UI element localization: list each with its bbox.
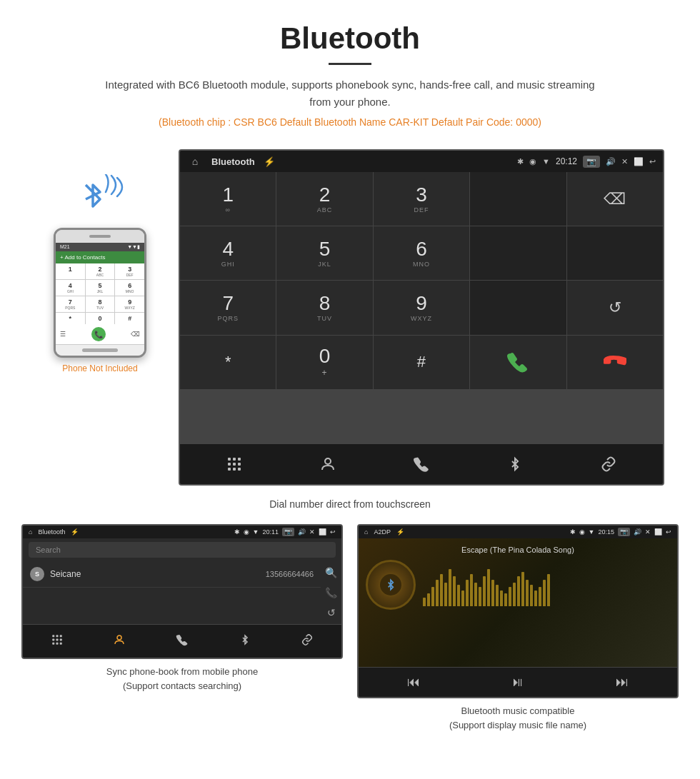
- viz-bar: [444, 583, 447, 606]
- viz-bar: [487, 569, 490, 607]
- dial-key-0[interactable]: 0+: [276, 336, 372, 389]
- title-section: Bluetooth Integrated with BC6 Bluetooth …: [0, 0, 700, 149]
- dial-key-backspace[interactable]: ⌫: [567, 172, 663, 226]
- pb-refresh-right-icon[interactable]: ↺: [327, 607, 336, 618]
- dial-key-refresh[interactable]: ↺: [567, 281, 663, 334]
- dial-key-call-red[interactable]: [567, 336, 663, 389]
- specs-line: (Bluetooth chip : CSR BC6 Default Blueto…: [14, 116, 686, 128]
- phone-key-star[interactable]: *: [56, 313, 85, 324]
- music-song-title: Escape (The Pina Colada Song): [461, 546, 574, 554]
- phone-call-button[interactable]: 📞: [91, 327, 106, 341]
- dial-key-hash[interactable]: #: [374, 336, 469, 389]
- phone-key-0[interactable]: 0: [86, 313, 115, 324]
- phone-key-4[interactable]: 4GHI: [56, 280, 85, 296]
- toolbar-bluetooth-button[interactable]: [495, 451, 535, 477]
- dial-key-5[interactable]: 5JKL: [276, 226, 372, 280]
- dial-key-9[interactable]: 9WXYZ: [374, 281, 469, 334]
- pb-close-icon[interactable]: ✕: [309, 528, 315, 536]
- dial-key-empty-3: [567, 226, 663, 280]
- music-camera-icon[interactable]: 📷: [618, 528, 630, 536]
- svg-rect-4: [233, 463, 236, 466]
- pb-status-right: ✱ ◉ ▼ 20:11 📷 🔊 ✕ ⬜ ↩: [234, 528, 336, 536]
- svg-rect-18: [60, 643, 62, 645]
- pb-camera-icon[interactable]: 📷: [282, 528, 294, 536]
- music-home-icon[interactable]: ⌂: [364, 528, 368, 536]
- pb-window-icon[interactable]: ⬜: [319, 528, 326, 536]
- music-prev-button[interactable]: ⏮: [407, 675, 420, 690]
- dial-key-empty-2: [470, 226, 566, 280]
- phone-key-9[interactable]: 9WXYZ: [115, 296, 144, 312]
- hu-window-icon[interactable]: ⬜: [634, 157, 644, 166]
- call-green-icon: [506, 351, 529, 373]
- music-visualizer: [423, 563, 670, 606]
- dial-key-1[interactable]: 1∞: [180, 172, 276, 226]
- contacts-icon: [319, 456, 336, 473]
- pb-call-right-icon[interactable]: 📞: [325, 587, 337, 598]
- hu-status-right: ✱ ◉ ▼ 20:12 📷 🔊 ✕ ⬜ ↩: [517, 156, 656, 168]
- dial-key-empty-1: [470, 172, 566, 226]
- pb-search-bar[interactable]: Search: [29, 542, 336, 558]
- dial-key-2[interactable]: 2ABC: [276, 172, 372, 226]
- music-back-icon[interactable]: ↩: [666, 528, 671, 536]
- pb-search-right-icon[interactable]: 🔍: [325, 567, 337, 578]
- dial-key-6[interactable]: 6MNO: [374, 226, 469, 280]
- hu-usb-icon: ⚡: [264, 156, 275, 167]
- phone-key-3[interactable]: 3DEF: [115, 263, 144, 279]
- pb-bt-icon: ✱: [234, 528, 240, 536]
- hu-back-icon[interactable]: ↩: [649, 157, 656, 166]
- pb-back-icon[interactable]: ↩: [330, 528, 336, 536]
- music-volume-icon[interactable]: 🔊: [634, 528, 641, 536]
- dial-key-4[interactable]: 4GHI: [180, 226, 276, 280]
- dial-key-8[interactable]: 8TUV: [276, 281, 372, 334]
- pb-toolbar-dialpad[interactable]: [45, 630, 69, 652]
- dial-key-call-green[interactable]: [470, 336, 566, 389]
- dial-key-3[interactable]: 3DEF: [374, 172, 469, 226]
- phone-key-1[interactable]: 1: [56, 263, 85, 279]
- phone-key-8[interactable]: 8TUV: [86, 296, 115, 312]
- description-text: Integrated with BC6 Bluetooth module, su…: [100, 76, 600, 111]
- link-icon: [600, 456, 617, 473]
- phone-key-6[interactable]: 6MNO: [115, 280, 144, 296]
- toolbar-phone-button[interactable]: [401, 451, 441, 477]
- phone-bottom-bar: ☰ 📞 ⌫: [56, 324, 144, 344]
- svg-rect-5: [238, 463, 241, 466]
- viz-bar: [513, 583, 516, 606]
- phone-icon: [413, 456, 430, 473]
- pb-toolbar-phone[interactable]: [170, 630, 194, 652]
- music-window-icon[interactable]: ⬜: [654, 528, 662, 536]
- hu-status-bar: ⌂ Bluetooth ⚡ ✱ ◉ ▼ 20:12 📷 🔊 ✕ ⬜ ↩: [180, 151, 663, 172]
- music-close-icon[interactable]: ✕: [645, 528, 651, 536]
- toolbar-link-button[interactable]: [589, 451, 629, 477]
- viz-bar: [449, 569, 451, 607]
- pb-toolbar-link[interactable]: [295, 630, 319, 652]
- phone-area: M21 ▼▼▮ + Add to Contacts 1 2ABC 3DEF 4G…: [36, 149, 164, 373]
- pb-home-icon[interactable]: ⌂: [29, 528, 32, 536]
- pb-contact-row[interactable]: S Seicane 13566664466: [23, 561, 321, 588]
- svg-rect-11: [56, 635, 58, 637]
- viz-bar: [453, 576, 456, 606]
- toolbar-dialpad-button[interactable]: [214, 451, 254, 477]
- toolbar-contacts-button[interactable]: [308, 451, 348, 477]
- pb-volume-icon[interactable]: 🔊: [298, 528, 306, 536]
- phone-key-7[interactable]: 7PQRS: [56, 296, 85, 312]
- phone-key-5[interactable]: 5JKL: [86, 280, 115, 296]
- hu-dialpad-grid: 1∞ 2ABC 3DEF ⌫ 4GHI 5JKL 6MNO: [180, 172, 663, 443]
- dial-key-star[interactable]: *: [180, 336, 276, 389]
- phone-key-2[interactable]: 2ABC: [86, 263, 115, 279]
- hu-volume-icon[interactable]: 🔊: [606, 157, 616, 166]
- phonebook-screen: ⌂ Bluetooth ⚡ ✱ ◉ ▼ 20:11 📷 🔊 ✕ ⬜ ↩: [21, 524, 343, 659]
- hu-camera-icon[interactable]: 📷: [583, 156, 600, 168]
- dial-key-7[interactable]: 7PQRS: [180, 281, 276, 334]
- pb-toolbar-contacts[interactable]: [107, 630, 131, 652]
- music-time: 20:15: [598, 528, 614, 536]
- pb-signal-icon: ▼: [253, 528, 259, 536]
- pb-app-title: Bluetooth: [38, 528, 65, 536]
- phone-not-included-label: Phone Not Included: [62, 363, 137, 373]
- pb-toolbar-bluetooth[interactable]: [233, 630, 257, 652]
- music-play-pause-button[interactable]: ⏯: [511, 675, 524, 690]
- music-next-button[interactable]: ⏭: [616, 675, 629, 690]
- hu-close-icon[interactable]: ✕: [621, 157, 628, 166]
- hu-bt-status-icon: ✱: [517, 157, 524, 166]
- phone-key-hash[interactable]: #: [115, 313, 144, 324]
- hu-home-button[interactable]: ⌂: [187, 154, 203, 169]
